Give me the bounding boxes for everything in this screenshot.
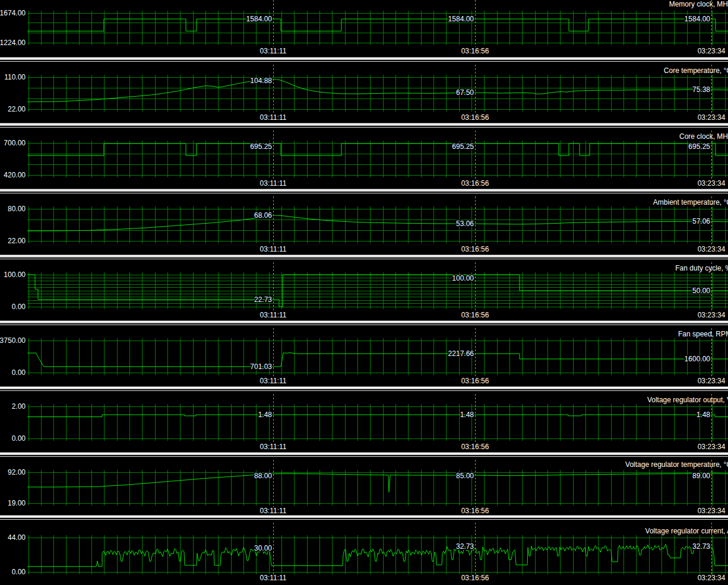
chart-band-core-clock-mhz: 700.00420.00Core clock, MHz695.2503:11:1… bbox=[0, 128, 728, 189]
chart-band-core-temperature-c: 110.0022.00Core temperature, °C104.8803:… bbox=[0, 62, 728, 123]
marker-value-label: 32.73 bbox=[692, 542, 710, 551]
hardware-monitor-charts: 1674.001224.00Memory clock, MHz1584.0003… bbox=[0, 0, 728, 585]
chart-title: Fan duty cycle, % bbox=[675, 264, 728, 272]
chart-separator bbox=[0, 515, 728, 520]
chart-title: Voltage regulator temperature, °C bbox=[625, 460, 728, 469]
time-label: 03:16:56 bbox=[461, 377, 489, 385]
y-axis-max-label: 92.00 bbox=[8, 468, 26, 476]
time-label: 03:11:11 bbox=[260, 443, 287, 451]
marker-value-label: 30.00 bbox=[254, 544, 272, 552]
marker-value-label: 1584.00 bbox=[246, 15, 273, 23]
chart-background bbox=[0, 259, 728, 320]
marker-value-label: 1.48 bbox=[697, 411, 711, 419]
marker-value-label: 50.00 bbox=[692, 287, 710, 295]
chart-canvas-fan-duty-cycle: 100.000.00Fan duty cycle, %22.7303:11:11… bbox=[0, 259, 728, 320]
marker-value-label: 104.88 bbox=[250, 77, 272, 85]
chart-title: Ambient temperature, °C bbox=[653, 198, 728, 206]
marker-value-label: 1584.00 bbox=[448, 15, 474, 23]
time-label: 03:23:34 bbox=[698, 377, 726, 385]
y-axis-min-label: 0.00 bbox=[12, 368, 26, 377]
time-label: 03:11:11 bbox=[260, 574, 287, 582]
time-label: 03:23:34 bbox=[698, 574, 726, 582]
y-axis-max-label: 44.00 bbox=[8, 533, 26, 542]
chart-title: Fan speed, RPM bbox=[678, 330, 728, 338]
marker-value-label: 1.48 bbox=[460, 411, 474, 419]
chart-title: Core temperature, °C bbox=[664, 66, 728, 75]
chart-background bbox=[0, 193, 728, 255]
marker-value-label: 100.00 bbox=[452, 274, 474, 282]
chart-canvas-ambient-temperature-c: 80.0022.00Ambient temperature, °C68.0603… bbox=[0, 193, 728, 255]
y-axis-max-label: 1674.00 bbox=[0, 9, 26, 17]
marker-value-label: 89.00 bbox=[692, 472, 710, 480]
chart-separator bbox=[0, 123, 728, 128]
y-axis-min-label: 420.00 bbox=[4, 171, 26, 179]
time-label: 03:23:34 bbox=[698, 507, 726, 515]
chart-background bbox=[0, 391, 728, 452]
chart-separator bbox=[0, 255, 728, 259]
time-label: 03:11:11 bbox=[260, 113, 287, 122]
y-axis-max-label: 2.00 bbox=[12, 402, 26, 411]
time-label: 03:16:56 bbox=[461, 311, 489, 319]
time-label: 03:16:56 bbox=[461, 113, 489, 122]
marker-value-label: 1.48 bbox=[258, 411, 273, 419]
time-label: 03:23:34 bbox=[698, 443, 726, 451]
time-label: 03:23:34 bbox=[698, 179, 726, 187]
marker-value-label: 701.03 bbox=[250, 363, 272, 371]
marker-value-label: 695.25 bbox=[250, 142, 272, 151]
time-label: 03:23:34 bbox=[698, 245, 726, 253]
y-axis-max-label: 700.00 bbox=[4, 139, 26, 147]
chart-band-memory-clock-mhz: 1674.001224.00Memory clock, MHz1584.0003… bbox=[0, 0, 728, 57]
marker-value-label: 695.25 bbox=[688, 142, 710, 151]
chart-background bbox=[0, 0, 728, 57]
time-label: 03:11:11 bbox=[260, 245, 287, 253]
chart-separator bbox=[0, 452, 728, 457]
marker-value-label: 68.06 bbox=[254, 211, 272, 220]
marker-value-label: 75.38 bbox=[692, 85, 710, 94]
time-label: 03:16:56 bbox=[461, 179, 489, 187]
marker-value-label: 32.73 bbox=[456, 542, 474, 551]
time-label: 03:23:34 bbox=[698, 47, 726, 55]
y-axis-min-label: 0.00 bbox=[12, 303, 26, 311]
chart-separator bbox=[0, 57, 728, 62]
chart-background bbox=[0, 128, 728, 189]
y-axis-max-label: 80.00 bbox=[8, 205, 26, 213]
time-label: 03:11:11 bbox=[260, 377, 287, 385]
y-axis-max-label: 100.00 bbox=[4, 271, 26, 279]
time-label: 03:16:56 bbox=[461, 47, 489, 55]
chart-canvas-fan-speed-rpm: 3750.000.00Fan speed, RPM701.0303:11:112… bbox=[0, 325, 728, 386]
time-label: 03:11:11 bbox=[260, 507, 287, 515]
chart-background bbox=[0, 325, 728, 386]
marker-value-label: 1584.00 bbox=[685, 15, 711, 23]
chart-title: Voltage regulator output, V bbox=[647, 396, 728, 404]
marker-value-label: 1600.00 bbox=[685, 355, 711, 363]
chart-band-fan-duty-cycle: 100.000.00Fan duty cycle, %22.7303:11:11… bbox=[0, 259, 728, 320]
chart-band-voltage-regulator-current-a: 44.000.00Voltage regulator current, A30.… bbox=[0, 520, 728, 585]
y-axis-min-label: 1224.00 bbox=[0, 39, 26, 47]
chart-separator bbox=[0, 189, 728, 193]
chart-title: Core clock, MHz bbox=[679, 132, 728, 141]
time-label: 03:11:11 bbox=[260, 179, 287, 187]
chart-background bbox=[0, 520, 728, 585]
chart-canvas-voltage-regulator-temperature-c: 92.0019.00Voltage regulator temperature,… bbox=[0, 457, 728, 515]
time-label: 03:23:34 bbox=[698, 311, 726, 319]
y-axis-min-label: 0.00 bbox=[12, 568, 26, 576]
chart-separator bbox=[0, 386, 728, 391]
chart-canvas-core-clock-mhz: 700.00420.00Core clock, MHz695.2503:11:1… bbox=[0, 128, 728, 189]
chart-band-voltage-regulator-output-v: 2.000.00Voltage regulator output, V1.480… bbox=[0, 391, 728, 452]
time-label: 03:11:11 bbox=[260, 47, 287, 55]
chart-band-fan-speed-rpm: 3750.000.00Fan speed, RPM701.0303:11:112… bbox=[0, 325, 728, 386]
y-axis-min-label: 22.00 bbox=[8, 237, 26, 245]
chart-canvas-core-temperature-c: 110.0022.00Core temperature, °C104.8803:… bbox=[0, 62, 728, 123]
time-label: 03:16:56 bbox=[461, 507, 489, 515]
marker-value-label: 22.73 bbox=[254, 295, 272, 304]
marker-value-label: 88.00 bbox=[254, 472, 272, 480]
marker-value-label: 2217.66 bbox=[448, 349, 474, 358]
y-axis-min-label: 19.00 bbox=[8, 499, 26, 507]
chart-canvas-memory-clock-mhz: 1674.001224.00Memory clock, MHz1584.0003… bbox=[0, 0, 728, 57]
chart-background bbox=[0, 62, 728, 123]
marker-value-label: 57.06 bbox=[692, 217, 710, 225]
chart-band-ambient-temperature-c: 80.0022.00Ambient temperature, °C68.0603… bbox=[0, 193, 728, 255]
y-axis-min-label: 22.00 bbox=[8, 105, 26, 113]
chart-canvas-voltage-regulator-output-v: 2.000.00Voltage regulator output, V1.480… bbox=[0, 391, 728, 452]
marker-value-label: 695.25 bbox=[452, 142, 474, 151]
